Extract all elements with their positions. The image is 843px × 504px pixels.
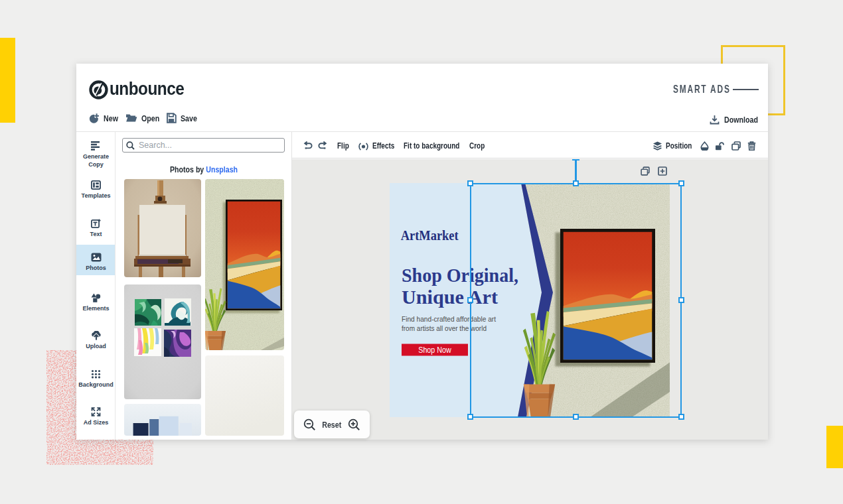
svg-text:Shop Now: Shop Now (418, 346, 451, 355)
svg-text:ArtMarket: ArtMarket (401, 227, 459, 243)
